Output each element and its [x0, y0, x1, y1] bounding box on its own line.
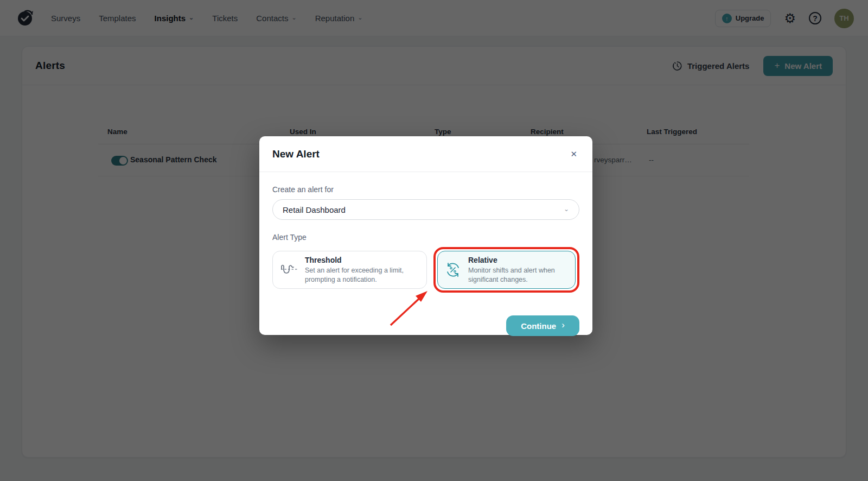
modal-body: Create an alert for Retail Dashboard ⌄ A…	[259, 172, 592, 349]
relative-percent-cycle-icon	[445, 262, 461, 278]
annotation-highlight-ring: Relative Monitor shifts and alert when s…	[433, 247, 579, 293]
threshold-description-line2: prompting a notification.	[305, 275, 404, 284]
chevron-right-icon: ›	[561, 320, 565, 331]
continue-label: Continue	[521, 321, 556, 331]
relative-description-line2: significant changes.	[468, 275, 555, 284]
close-icon[interactable]: ✕	[568, 147, 579, 161]
continue-button[interactable]: Continue ›	[506, 315, 579, 336]
alert-type-label: Alert Type	[272, 233, 579, 242]
modal-footer: Continue ›	[272, 315, 579, 336]
threshold-title: Threshold	[305, 256, 404, 264]
chevron-down-icon: ⌄	[564, 206, 569, 212]
create-alert-for-label: Create an alert for	[272, 185, 579, 194]
relative-description-line1: Monitor shifts and alert when	[468, 266, 555, 275]
survey-select-value: Retail Dashboard	[283, 205, 346, 214]
survey-select[interactable]: Retail Dashboard ⌄	[272, 199, 579, 220]
alert-type-relative-card[interactable]: Relative Monitor shifts and alert when s…	[437, 251, 576, 289]
threshold-wave-icon	[280, 262, 298, 278]
modal-header: New Alert ✕	[259, 136, 592, 172]
alert-type-threshold-card[interactable]: Threshold Set an alert for exceeding a l…	[272, 251, 427, 289]
modal-title: New Alert	[272, 148, 320, 160]
new-alert-modal: New Alert ✕ Create an alert for Retail D…	[259, 136, 592, 335]
threshold-description-line1: Set an alert for exceeding a limit,	[305, 266, 404, 275]
relative-title: Relative	[468, 256, 555, 264]
alert-type-options: Threshold Set an alert for exceeding a l…	[272, 247, 579, 293]
